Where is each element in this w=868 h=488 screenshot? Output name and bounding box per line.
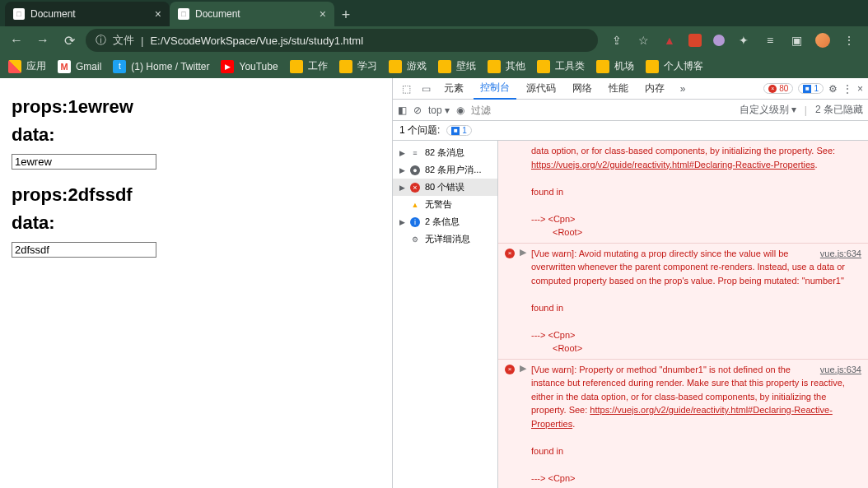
live-expression-icon[interactable]: ◉ xyxy=(456,105,464,116)
error-count-badge[interactable]: ×80 xyxy=(763,83,793,94)
issues-bar: 1 个问题: ■1 xyxy=(393,121,868,141)
sidebar-verbose[interactable]: ▶⚙无详细消息 xyxy=(393,230,497,248)
ext-icon[interactable]: ▲ xyxy=(662,33,677,48)
heading-props2: props:2dfssdf xyxy=(12,184,380,206)
sidebar-info[interactable]: ▶i2 条信息 xyxy=(393,213,497,230)
bookmark-folder[interactable]: 学习 xyxy=(339,59,377,73)
info-icon[interactable]: ⓘ xyxy=(96,33,106,48)
source-link[interactable]: vue.js:634 xyxy=(820,247,861,261)
close-icon[interactable]: × xyxy=(155,7,161,21)
sidebar-user[interactable]: ▶●82 条用户消... xyxy=(393,161,497,179)
console-sidebar: ▶≡82 条消息 ▶●82 条用户消... ▶×80 个错误 ▶▲无警告 ▶i2… xyxy=(393,141,498,488)
tab-performance[interactable]: 性能 xyxy=(602,78,635,100)
avatar[interactable] xyxy=(815,33,830,48)
heading-data2: data: xyxy=(12,212,380,234)
bookmark-folder[interactable]: 其他 xyxy=(488,59,525,73)
reading-list-icon[interactable]: ≡ xyxy=(763,33,777,48)
close-icon[interactable]: × xyxy=(320,7,326,21)
ext-icon[interactable] xyxy=(688,34,702,47)
sidebar-errors[interactable]: ▶×80 个错误 xyxy=(393,179,497,196)
tab-title: Document xyxy=(195,8,240,20)
bookmark-bar: 应用 MGmail t(1) Home / Twitter ▶YouTube 工… xyxy=(0,55,868,79)
addr-prefix: 文件 xyxy=(113,33,134,48)
input-2[interactable] xyxy=(12,242,156,258)
clear-console-icon[interactable]: ⊘ xyxy=(413,105,422,116)
toolbar: ← → ⟳ ⓘ 文件 | E:/VScodeWorkSpace/Vue.js/s… xyxy=(0,26,868,54)
more-icon[interactable]: ⋮ xyxy=(842,83,852,95)
bookmark-folder[interactable]: 壁纸 xyxy=(438,59,476,73)
bookmark-folder[interactable]: 工具类 xyxy=(537,59,585,73)
forward-button[interactable]: → xyxy=(33,30,53,50)
expand-icon[interactable]: ▶ xyxy=(520,247,526,356)
menu-icon[interactable]: ⋮ xyxy=(842,33,856,48)
share-icon[interactable]: ⇪ xyxy=(609,33,624,48)
console-entry: × ▶ vue.js:634 [Vue warn]: Property or m… xyxy=(498,359,868,489)
page-icon: □ xyxy=(178,8,189,20)
inspect-icon[interactable]: ⬚ xyxy=(398,83,414,95)
panel-icon[interactable]: ▣ xyxy=(789,33,804,48)
back-button[interactable]: ← xyxy=(7,30,26,50)
bookmark-folder[interactable]: 游戏 xyxy=(389,59,427,73)
bookmark-folder[interactable]: 工作 xyxy=(290,59,328,73)
console-entry: × ▶ vue.js:634 [Vue warn]: Avoid mutatin… xyxy=(498,243,868,359)
issues-badge[interactable]: ■1 xyxy=(446,125,472,136)
input-1[interactable] xyxy=(12,154,156,170)
expand-icon[interactable]: ▶ xyxy=(520,363,526,486)
log-level-selector[interactable]: 自定义级别 ▾ xyxy=(740,103,796,117)
address-bar[interactable]: ⓘ 文件 | E:/VScodeWorkSpace/Vue.js/stu/stu… xyxy=(86,29,598,52)
bookmark-apps[interactable]: 应用 xyxy=(8,59,46,73)
doc-link[interactable]: https://vuejs.org/v2/guide/reactivity.ht… xyxy=(531,160,815,170)
page-icon: □ xyxy=(13,8,25,20)
bookmark-twitter[interactable]: t(1) Home / Twitter xyxy=(113,60,209,73)
heading-props1: props:1ewrew xyxy=(12,96,380,118)
ext-icon[interactable] xyxy=(713,35,725,46)
reload-button[interactable]: ⟳ xyxy=(59,30,79,50)
bookmark-folder[interactable]: 个人博客 xyxy=(646,59,703,73)
sidebar-messages[interactable]: ▶≡82 条消息 xyxy=(393,144,497,161)
issues-label: 1 个问题: xyxy=(399,123,440,137)
tab-console[interactable]: 控制台 xyxy=(474,78,516,100)
tab-network[interactable]: 网络 xyxy=(566,78,599,100)
tab-elements[interactable]: 元素 xyxy=(437,78,470,100)
info-count-badge[interactable]: ■1 xyxy=(798,83,824,94)
browser-tab-1[interactable]: □ Document × xyxy=(170,2,334,26)
device-icon[interactable]: ▭ xyxy=(418,83,434,95)
sidebar-warnings[interactable]: ▶▲无警告 xyxy=(393,196,497,213)
new-tab-button[interactable]: + xyxy=(334,3,357,26)
bookmark-youtube[interactable]: ▶YouTube xyxy=(221,60,278,73)
devtools: ⬚ ▭ 元素 控制台 源代码 网络 性能 内存 » ×80 ■1 ⚙ ⋮ × ◧ xyxy=(392,78,868,488)
source-link[interactable]: vue.js:634 xyxy=(820,363,861,377)
devtools-tabs: ⬚ ▭ 元素 控制台 源代码 网络 性能 内存 » ×80 ■1 ⚙ ⋮ × xyxy=(393,78,868,100)
extensions-icon[interactable]: ✦ xyxy=(736,33,751,48)
star-icon[interactable]: ☆ xyxy=(636,33,651,48)
sidebar-toggle-icon[interactable]: ◧ xyxy=(398,105,407,116)
page-body: props:1ewrew data: props:2dfssdf data: xyxy=(0,78,392,488)
console-entry: data option, or for class-based componen… xyxy=(498,141,868,243)
more-tabs-icon[interactable]: » xyxy=(674,83,691,95)
browser-tab-0[interactable]: □ Document × xyxy=(5,2,170,26)
console-output: data option, or for class-based componen… xyxy=(498,141,868,488)
tab-memory[interactable]: 内存 xyxy=(638,78,671,100)
close-devtools-icon[interactable]: × xyxy=(857,83,863,95)
bookmark-folder[interactable]: 机场 xyxy=(596,59,634,73)
filter-input[interactable] xyxy=(471,105,529,116)
tab-strip: □ Document × □ Document × + xyxy=(0,0,868,26)
heading-data1: data: xyxy=(12,124,380,146)
hidden-count[interactable]: 2 条已隐藏 xyxy=(815,103,863,117)
tab-title: Document xyxy=(30,8,76,20)
error-icon: × xyxy=(505,249,515,258)
addr-url: E:/VScodeWorkSpace/Vue.js/stu/study1.htm… xyxy=(150,35,363,47)
bookmark-gmail[interactable]: MGmail xyxy=(58,60,101,73)
context-selector[interactable]: top ▾ xyxy=(428,105,450,116)
tab-sources[interactable]: 源代码 xyxy=(520,78,562,100)
settings-icon[interactable]: ⚙ xyxy=(828,83,838,95)
console-filter-bar: ◧ ⊘ top ▾ ◉ 自定义级别 ▾ | 2 条已隐藏 xyxy=(393,100,868,121)
error-icon: × xyxy=(505,365,515,374)
